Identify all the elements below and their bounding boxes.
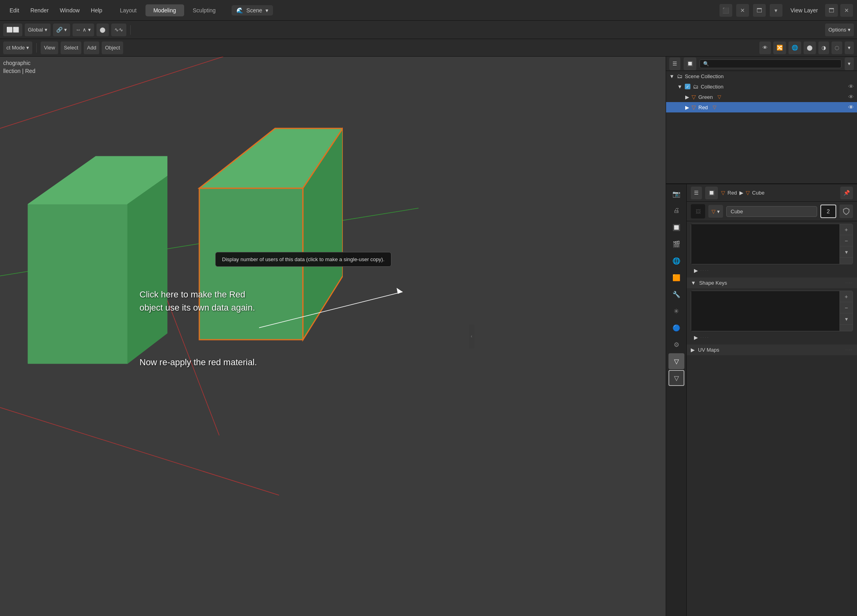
outliner-collection[interactable]: ▼ ✓ 🗂 Collection 👁 [666, 81, 857, 92]
prop-world-icon[interactable]: 🌐 [668, 253, 684, 269]
collection-visibility[interactable]: 👁 [848, 83, 854, 90]
snap-btn[interactable]: ↔ ∧ ▾ [73, 24, 94, 36]
toolbar-divider-1 [130, 25, 131, 35]
shield-icon [843, 208, 849, 215]
prop-render-icon[interactable]: 📷 [668, 186, 684, 202]
menu-edit[interactable]: Edit [4, 5, 25, 16]
list-more-btn[interactable]: ▾ [840, 246, 853, 258]
viewport-shading-1[interactable]: 👁 [759, 41, 771, 54]
red-visibility[interactable]: 👁 [848, 104, 854, 110]
options-btn[interactable]: Options ▾ [825, 24, 854, 36]
user-count-btn[interactable]: 2 [820, 205, 836, 218]
viewport-shading-3[interactable]: ⬤ [804, 41, 816, 54]
outliner-search[interactable] [700, 59, 841, 68]
select-box-btn[interactable]: ⬜⬜ [3, 24, 22, 36]
collection-checkbox[interactable]: ✓ [685, 84, 690, 89]
data-icon-selector[interactable]: ▽ ▾ [708, 205, 723, 218]
orthographic-label: chographic [3, 60, 35, 66]
header-icon-2[interactable]: 🗖 [753, 4, 766, 17]
data-name-value: Cube [731, 209, 743, 215]
prop-data-icon[interactable]: ▽ [668, 353, 684, 369]
outliner-scene-collection[interactable]: ▼ 🗂 Scene Collection [666, 71, 857, 81]
global-transform-btn[interactable]: Global ▾ [25, 24, 51, 36]
red-object-label: Red [698, 104, 708, 110]
collection-label: Collection [701, 84, 723, 90]
toolbar-divider-2 [36, 43, 37, 53]
viewport-info: chographic llection | Red [3, 60, 35, 74]
shape-keys-add-btn[interactable]: + [840, 291, 853, 302]
viewport-shading-4[interactable]: ◑ [818, 41, 829, 54]
outliner-green-object[interactable]: ▶ ▽ Green ▽ 👁 [666, 92, 857, 102]
svg-marker-11 [397, 288, 403, 294]
prop-physics-icon[interactable]: 🔵 [668, 320, 684, 336]
main-content: chographic llection | Red Click here to … [0, 57, 857, 616]
prop-object-icon[interactable]: 🟧 [668, 270, 684, 285]
green-filter-icon: ▽ [717, 94, 721, 100]
list-add-btn[interactable]: + [840, 224, 853, 235]
view-layer-label: View Layer [790, 7, 818, 14]
props-display-mode[interactable]: ☰ [691, 187, 702, 199]
window-close[interactable]: ✕ [840, 4, 853, 17]
shape-keys-header[interactable]: ▼ Shape Keys ···· [687, 277, 857, 288]
outliner-display-mode[interactable]: ☰ [669, 57, 680, 70]
viewport-shading-dropdown[interactable]: ▾ [845, 41, 854, 54]
expand-dots: ···· [700, 268, 710, 273]
shape-keys-more-btn[interactable]: ▾ [840, 313, 853, 325]
prop-particles-icon[interactable]: ✳ [668, 303, 684, 319]
header-close-btn[interactable]: ✕ [736, 4, 749, 17]
proportional-btn[interactable]: ⬤ [96, 24, 109, 36]
list-remove-btn[interactable]: − [840, 235, 853, 246]
header-icon-1[interactable]: ⬛ [719, 4, 732, 17]
snap-dropdown: ▾ [88, 27, 91, 33]
cube-green-left [16, 144, 167, 384]
breadcrumb-cube: Cube [752, 190, 765, 196]
view-menu-btn[interactable]: View [41, 41, 58, 54]
pin-btn[interactable]: 📌 [840, 187, 853, 199]
outliner-filter[interactable]: ▾ [845, 57, 854, 70]
data-name-field[interactable]: Cube [726, 206, 817, 217]
add-menu-btn[interactable]: Add [84, 41, 99, 54]
viewport-3d[interactable]: chographic llection | Red Click here to … [0, 57, 666, 616]
object-menu-btn[interactable]: Object [102, 41, 123, 54]
prop-modifier-icon[interactable]: 🔧 [668, 286, 684, 302]
data-image-preview: 🖼 [691, 204, 705, 218]
scene-selector[interactable]: 🌊 Scene ▾ [232, 5, 273, 16]
user-count-value: 2 [827, 208, 830, 215]
header-icon-3[interactable]: ▾ [770, 4, 782, 17]
outliner-red-object[interactable]: ▶ ▽ Red ▽ 👁 [666, 102, 857, 112]
pivot-btn[interactable]: 🔗 ▾ [53, 24, 70, 36]
prop-constraints-icon[interactable]: ⚙ [668, 337, 684, 352]
uv-maps-header[interactable]: ▶ UV Maps ···· [687, 344, 857, 355]
menu-render[interactable]: Render [25, 5, 54, 16]
tab-modeling[interactable]: Modeling [145, 4, 184, 16]
vertex-groups-list: + − ▾ [691, 224, 853, 264]
shape-keys-expand-row[interactable]: ▶ ···· [691, 333, 853, 342]
prop-material-icon[interactable]: ▽ [668, 370, 684, 386]
shield-btn[interactable] [839, 205, 853, 218]
expand-row[interactable]: ▶ ···· [691, 266, 853, 275]
prop-view-layer-icon[interactable]: 🔲 [668, 219, 684, 235]
select-menu-btn[interactable]: Select [61, 41, 81, 54]
green-visibility[interactable]: 👁 [848, 94, 854, 100]
shape-keys-remove-btn[interactable]: − [840, 302, 853, 313]
wave-btn[interactable]: ∿∿ [111, 24, 126, 36]
menu-window[interactable]: Window [54, 5, 85, 16]
list-area-empty [691, 224, 839, 264]
red-expand: ▶ [685, 104, 689, 110]
viewport-shading-5[interactable]: ◌ [831, 41, 842, 54]
viewport-shading-2[interactable]: 🔀 [773, 41, 786, 54]
view-layer-icon[interactable]: 🗖 [825, 4, 838, 17]
pivot-dropdown: ▾ [64, 27, 67, 33]
menu-help[interactable]: Help [85, 5, 108, 16]
tab-layout[interactable]: Layout [112, 4, 145, 16]
sidebar-collapse-handle[interactable]: ‹ [469, 325, 474, 348]
mode-selector[interactable]: ct Mode ▾ [3, 41, 32, 54]
props-mode-icon[interactable]: 🔲 [705, 187, 718, 199]
scene-collection-label: Scene Collection [685, 73, 724, 79]
overlay-btn[interactable]: 🌐 [788, 41, 801, 54]
outliner-view-mode[interactable]: 🔲 [684, 57, 696, 70]
tab-sculpting[interactable]: Sculpting [185, 4, 224, 16]
prop-output-icon[interactable]: 🖨 [668, 203, 684, 218]
red-filter-icon: ▽ [713, 104, 716, 110]
prop-scene-icon[interactable]: 🎬 [668, 236, 684, 252]
